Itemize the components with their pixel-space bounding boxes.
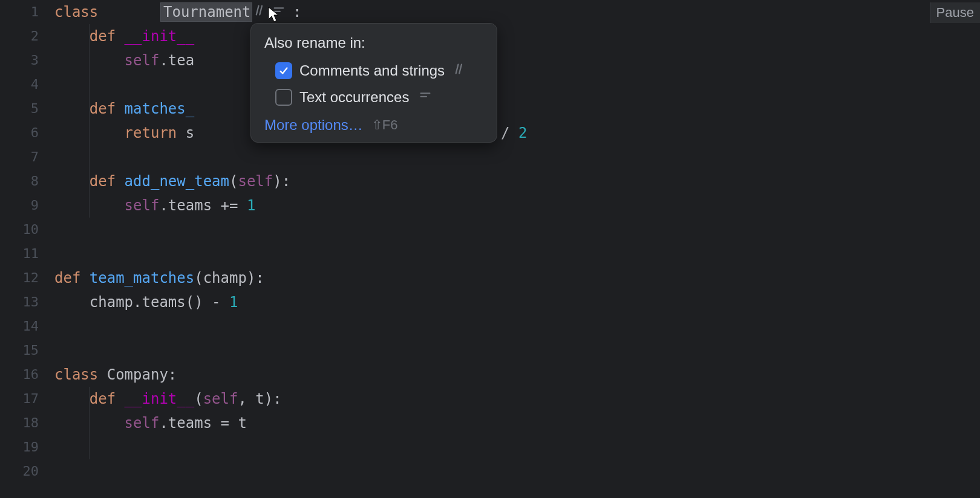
line-number: 6 <box>0 121 39 145</box>
number-literal: 1 <box>247 197 255 214</box>
line-number: 13 <box>0 290 39 314</box>
line-number: 11 <box>0 242 39 266</box>
method-name: __init__ <box>125 390 195 407</box>
line-number: 15 <box>0 338 39 363</box>
comments-icon <box>454 62 468 79</box>
more-options-link[interactable]: More options… <box>264 117 363 134</box>
keyword-def: def <box>90 173 116 190</box>
code-line[interactable] <box>54 459 980 483</box>
code-line[interactable] <box>54 218 980 242</box>
line-number-gutter: 1 2 3 4 5 6 7 8 9 10 11 12 13 14 15 16 1… <box>0 0 53 498</box>
code-line[interactable]: def add_new_team(self): <box>54 169 980 193</box>
keyword-class: class <box>54 366 98 383</box>
line-number: 19 <box>0 435 39 459</box>
option-text-occurrences[interactable]: Text occurrences <box>251 84 497 111</box>
code-text: .tea <box>159 52 194 69</box>
rename-options-popup: Also rename in: Comments and strings Tex… <box>250 23 497 143</box>
method-name: add_new_team <box>125 173 229 190</box>
code-line[interactable]: def __init__(self, t): <box>54 387 980 411</box>
code-text: / 2 <box>501 121 527 145</box>
code-line[interactable]: def matches_ <box>54 97 980 121</box>
self-ref: self <box>125 197 160 214</box>
method-name: __init__ <box>125 28 195 45</box>
line-number: 4 <box>0 73 39 97</box>
keyword-return: return <box>125 124 177 141</box>
code-text: .teams = t <box>159 415 247 432</box>
indent-guide <box>89 387 90 459</box>
checkbox-checked[interactable] <box>275 62 292 79</box>
line-number: 20 <box>0 459 39 483</box>
code-line[interactable]: self.teams = t <box>54 411 980 435</box>
line-number: 16 <box>0 363 39 387</box>
line-number: 8 <box>0 169 39 193</box>
code-line[interactable] <box>54 73 980 97</box>
code-line[interactable]: self.tea <box>54 48 980 73</box>
code-line[interactable]: champ.teams() - 1 <box>54 290 980 314</box>
code-area[interactable]: class : def __init__ self.tea def matche… <box>53 0 980 498</box>
keyboard-shortcut: ⇧F6 <box>371 117 398 133</box>
keyword-class: class <box>54 4 98 21</box>
code-line[interactable]: self.teams += 1 <box>54 193 980 218</box>
code-line[interactable] <box>54 435 980 459</box>
text-lines-icon <box>419 89 432 106</box>
code-text: .teams += <box>159 197 247 214</box>
keyword-def: def <box>90 390 116 407</box>
self-ref: self <box>125 52 160 69</box>
function-name: team_matches <box>90 270 194 286</box>
code-line[interactable] <box>54 338 980 363</box>
parameter: champ <box>203 270 247 286</box>
line-number: 1 <box>0 0 39 24</box>
line-number: 9 <box>0 193 39 218</box>
line-number: 2 <box>0 24 39 48</box>
keyword-def: def <box>54 270 80 286</box>
comments-scope-icon[interactable] <box>255 4 269 21</box>
code-text: : <box>293 0 301 24</box>
number-literal: 1 <box>229 294 238 311</box>
line-number: 3 <box>0 48 39 73</box>
option-comments-strings[interactable]: Comments and strings <box>251 57 497 84</box>
code-line[interactable]: class Company: <box>54 363 980 387</box>
code-editor[interactable]: 1 2 3 4 5 6 7 8 9 10 11 12 13 14 15 16 1… <box>0 0 980 498</box>
option-label: Text occurrences <box>299 89 409 106</box>
text-scope-icon[interactable] <box>272 4 286 21</box>
code-text: s <box>186 124 194 141</box>
line-number: 7 <box>0 145 39 169</box>
code-line[interactable]: def team_matches(champ): <box>54 266 980 290</box>
line-number: 14 <box>0 314 39 338</box>
method-name: matches_ <box>125 100 195 117</box>
code-line[interactable] <box>54 242 980 266</box>
line-number: 17 <box>0 387 39 411</box>
option-label: Comments and strings <box>299 62 445 79</box>
keyword-def: def <box>90 28 116 45</box>
line-number: 10 <box>0 218 39 242</box>
pause-button[interactable]: Pause <box>930 2 980 23</box>
line-number: 5 <box>0 97 39 121</box>
keyword-def: def <box>90 100 116 117</box>
indent-guide <box>89 24 90 218</box>
self-ref: self <box>125 415 160 432</box>
code-line[interactable] <box>54 145 980 169</box>
class-name: Company: <box>98 366 177 383</box>
rename-input[interactable] <box>160 2 252 22</box>
self-ref: self <box>203 390 238 407</box>
code-text: champ.teams() - <box>54 294 229 311</box>
code-line[interactable] <box>54 314 980 338</box>
line-number: 18 <box>0 411 39 435</box>
self-ref: self <box>238 173 273 190</box>
popup-title: Also rename in: <box>251 34 497 57</box>
checkbox-unchecked[interactable] <box>275 89 292 106</box>
rename-scope-icons[interactable] <box>255 2 286 22</box>
line-number: 12 <box>0 266 39 290</box>
code-line[interactable]: def __init__ <box>54 24 980 48</box>
